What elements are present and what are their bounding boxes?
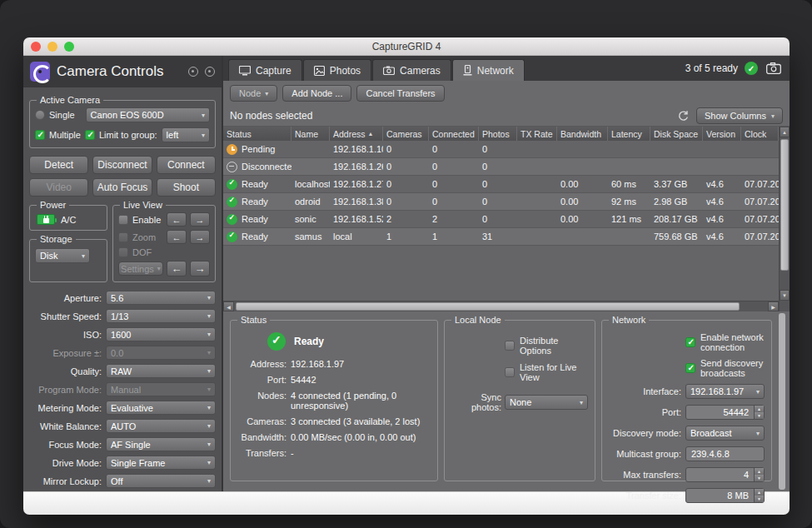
node-menu-button[interactable]: Node ▾ (230, 85, 277, 102)
step-up-icon[interactable]: ▲ (755, 489, 764, 496)
table-cell[interactable]: 192.168.1.38 (330, 193, 383, 210)
tab-cameras[interactable]: Cameras (372, 59, 451, 81)
table-cell[interactable]: 2 (383, 211, 429, 227)
table-row[interactable]: Disconnected192.168.1.26000 (223, 158, 779, 176)
tab-photos[interactable]: Photos (303, 59, 371, 81)
table-cell[interactable] (517, 228, 557, 245)
arrow-right-button[interactable]: → (190, 212, 210, 227)
setting-select[interactable]: 5.6▾ (106, 291, 216, 305)
add-node-button[interactable]: Add Node ... (282, 85, 351, 102)
scroll-up-icon[interactable]: ▲ (780, 127, 790, 137)
minimize-button[interactable] (47, 42, 57, 52)
table-row[interactable]: Readysonic192.168.1.522200.00121 ms208.1… (223, 211, 779, 228)
column-header-disk-space[interactable]: Disk Space (650, 127, 703, 141)
field-stepper[interactable]: 54442▲▼ (685, 405, 765, 420)
undock-panel-icon[interactable] (205, 67, 215, 77)
table-cell[interactable]: localhost (291, 176, 330, 192)
table-cell[interactable]: 192.168.1.52 (330, 211, 383, 227)
table-cell[interactable]: 208.17 GB (650, 211, 703, 227)
table-cell[interactable]: 0 (383, 193, 429, 210)
zoom-button[interactable] (64, 42, 74, 52)
table-cell[interactable]: v4.6 (703, 211, 741, 227)
table-cell[interactable]: 0 (383, 176, 429, 192)
setting-select[interactable]: Off▾ (106, 474, 216, 488)
table-cell[interactable]: 0 (429, 141, 479, 157)
table-cell[interactable] (557, 141, 608, 157)
column-header-address[interactable]: Address▲ (330, 127, 383, 141)
table-cell[interactable] (291, 158, 330, 175)
table-cell[interactable] (608, 228, 650, 245)
setting-select[interactable]: Single Frame▾ (106, 456, 216, 470)
table-cell[interactable]: 92 ms (608, 193, 650, 210)
step-down-icon[interactable]: ▼ (755, 412, 764, 419)
distribute-options-checkbox[interactable] (505, 341, 515, 351)
table-cell[interactable]: 3.37 GB (650, 176, 703, 192)
refresh-icon[interactable] (677, 110, 690, 122)
table-cell[interactable] (517, 176, 557, 192)
setting-select[interactable]: AUTO▾ (106, 419, 216, 433)
table-cell[interactable] (557, 228, 608, 245)
connect-button[interactable]: Connect (157, 156, 216, 174)
table-row[interactable]: Pending192.168.1.103000 (223, 141, 779, 158)
scroll-left-icon[interactable]: ◀ (223, 301, 234, 311)
step-up-icon[interactable]: ▲ (755, 468, 764, 475)
table-cell[interactable]: 1 (383, 228, 429, 245)
column-header-clock[interactable]: Clock (741, 127, 779, 141)
storage-select[interactable]: Disk ▾ (35, 248, 90, 263)
live-view-dof-checkbox[interactable] (118, 247, 128, 257)
table-cell[interactable]: 121 ms (608, 211, 650, 227)
table-cell[interactable]: 0 (479, 193, 517, 210)
table-cell[interactable]: 2 (429, 211, 479, 227)
column-header-bandwidth[interactable]: Bandwidth (557, 127, 608, 141)
discovery-broadcasts-checkbox[interactable] (685, 363, 695, 373)
scrollbar-thumb[interactable] (779, 313, 785, 490)
single-radio[interactable] (35, 110, 45, 120)
table-cell[interactable] (517, 193, 557, 210)
table-cell[interactable] (741, 158, 779, 175)
table-cell[interactable]: Pending (223, 141, 291, 157)
table-cell[interactable]: 0 (479, 141, 517, 157)
column-header-status[interactable]: Status (223, 127, 291, 141)
live-view-enable-checkbox[interactable] (118, 215, 128, 225)
table-cell[interactable]: 0 (479, 211, 517, 227)
table-cell[interactable] (517, 141, 557, 157)
table-cell[interactable] (557, 158, 608, 175)
table-cell[interactable] (741, 141, 779, 157)
table-row[interactable]: Readyodroid192.168.1.380000.0092 ms2.98 … (223, 193, 779, 211)
arrow-right-button[interactable]: → (190, 230, 210, 244)
arrow-left-button[interactable]: ← (167, 212, 187, 227)
stepper-buttons[interactable]: ▲▼ (754, 489, 764, 502)
table-cell[interactable]: 192.168.1.27 (330, 176, 383, 192)
table-cell[interactable]: 0 (383, 141, 429, 157)
live-view-settings-button[interactable]: Settings ▾ (118, 262, 163, 276)
table-cell[interactable]: Ready (223, 193, 291, 210)
table-cell[interactable]: 192.168.1.103 (330, 141, 383, 157)
table-cell[interactable]: 192.168.1.26 (330, 158, 383, 175)
field-select[interactable]: 192.168.1.97▾ (685, 384, 765, 399)
arrow-right-button[interactable]: → (190, 261, 210, 276)
table-cell[interactable] (291, 141, 330, 157)
limit-to-group-checkbox[interactable] (85, 130, 95, 140)
table-cell[interactable]: 759.68 GB (650, 228, 703, 245)
table-cell[interactable]: odroid (291, 193, 330, 210)
table-cell[interactable]: v4.6 (703, 193, 741, 210)
column-header-latency[interactable]: Latency (608, 127, 650, 141)
column-header-tx-rate[interactable]: TX Rate (517, 127, 557, 141)
cancel-transfers-button[interactable]: Cancel Transfers (356, 85, 444, 102)
column-header-photos[interactable]: Photos (479, 127, 517, 141)
table-cell[interactable]: 1 (429, 228, 479, 245)
pin-panel-icon[interactable] (188, 67, 198, 77)
step-up-icon[interactable]: ▲ (755, 406, 764, 412)
table-cell[interactable]: 0.00 (557, 176, 608, 192)
table-cell[interactable]: v4.6 (703, 228, 741, 245)
table-cell[interactable]: 07.07.20 (741, 228, 779, 245)
table-cell[interactable]: 07.07.20 (741, 211, 779, 227)
table-cell[interactable] (703, 141, 741, 157)
setting-select[interactable]: 1600▾ (106, 327, 216, 341)
scroll-right-icon[interactable]: ▶ (768, 301, 779, 311)
table-cell[interactable] (517, 158, 557, 175)
table-cell[interactable]: 31 (479, 228, 517, 245)
listen-live-view-checkbox[interactable] (505, 367, 515, 377)
table-cell[interactable]: sonic (291, 211, 330, 227)
table-cell[interactable]: 0 (429, 158, 479, 175)
